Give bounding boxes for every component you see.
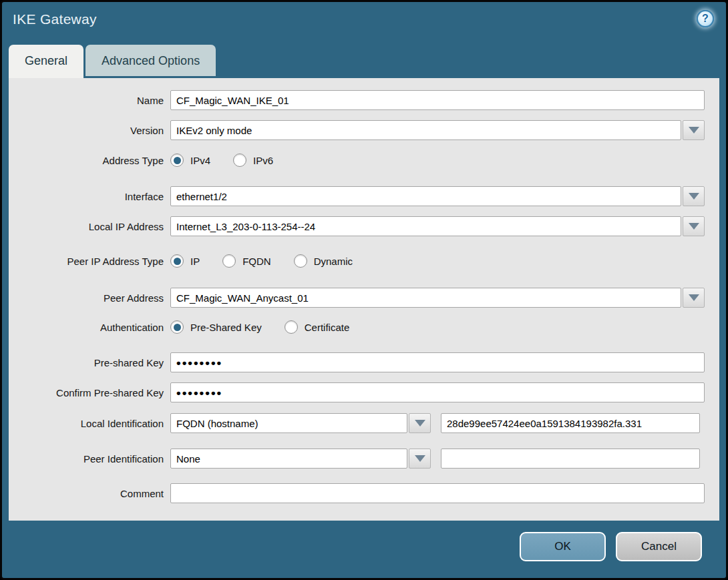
chevron-down-icon (689, 127, 699, 133)
dialog-footer: OK Cancel (2, 521, 726, 576)
comment-label: Comment (9, 488, 170, 499)
pre-shared-key-label: Pre-shared Key (9, 357, 170, 368)
form-row-peer-address: Peer Address (9, 288, 719, 308)
name-input[interactable] (170, 90, 705, 110)
radio-selected-icon (170, 154, 184, 167)
radio-label: Dynamic (314, 256, 353, 267)
tab-advanced-options[interactable]: Advanced Options (85, 45, 216, 78)
radio-label: Certificate (305, 322, 350, 333)
interface-input[interactable] (170, 186, 681, 206)
local-identification-value-input[interactable] (441, 413, 700, 433)
radio-unselected-icon (233, 154, 246, 167)
comment-input[interactable] (170, 483, 705, 503)
radio-label: IP (190, 256, 200, 267)
radio-label: FQDN (242, 256, 271, 267)
tab-bar: General Advanced Options (2, 41, 726, 78)
address-type-ipv4-radio[interactable]: IPv4 (170, 154, 210, 167)
chevron-down-icon (415, 455, 425, 462)
form-row-pre-shared-key: Pre-shared Key (9, 352, 719, 372)
form-row-confirm-pre-shared-key: Confirm Pre-shared Key (9, 382, 719, 402)
local-ip-input[interactable] (170, 216, 681, 236)
chevron-down-icon (689, 294, 699, 301)
address-type-ipv6-radio[interactable]: IPv6 (233, 154, 273, 167)
form-row-address-type: Address Type IPv4 IPv6 (9, 151, 719, 170)
peer-address-input[interactable] (170, 288, 681, 308)
radio-selected-icon (170, 320, 184, 334)
chevron-down-icon (689, 223, 699, 230)
chevron-down-icon (415, 420, 425, 426)
peer-type-ip-radio[interactable]: IP (170, 254, 200, 268)
tab-general[interactable]: General (9, 45, 83, 78)
local-identification-type-input[interactable] (170, 413, 407, 433)
address-type-label: Address Type (9, 155, 170, 166)
authentication-label: Authentication (9, 322, 170, 333)
peer-address-dropdown-button[interactable] (683, 288, 705, 308)
help-question-icon[interactable]: ? (697, 10, 714, 27)
form-row-version: Version (9, 120, 719, 140)
dialog-titlebar: IKE Gateway ? (2, 2, 726, 41)
form-row-authentication: Authentication Pre-Shared Key Certificat… (9, 318, 719, 336)
peer-address-label: Peer Address (9, 292, 170, 304)
radio-unselected-icon (222, 254, 236, 268)
version-input[interactable] (170, 120, 681, 140)
version-dropdown-button[interactable] (683, 120, 705, 140)
version-label: Version (9, 125, 170, 136)
auth-certificate-radio[interactable]: Certificate (285, 320, 350, 334)
help-glyph: ? (702, 13, 709, 25)
radio-label: IPv6 (253, 155, 273, 166)
cancel-button[interactable]: Cancel (616, 532, 702, 561)
radio-label: IPv4 (190, 155, 210, 166)
local-ip-dropdown-button[interactable] (683, 216, 705, 236)
interface-label: Interface (9, 191, 170, 202)
ike-gateway-dialog: IKE Gateway ? General Advanced Options N… (0, 0, 728, 580)
peer-ip-type-label: Peer IP Address Type (9, 256, 170, 267)
radio-unselected-icon (294, 254, 307, 268)
peer-identification-value-input[interactable] (441, 449, 700, 469)
form-row-local-ip: Local IP Address (9, 216, 719, 236)
local-identification-dropdown-button[interactable] (409, 413, 431, 433)
peer-type-dynamic-radio[interactable]: Dynamic (294, 254, 353, 268)
auth-pre-shared-key-radio[interactable]: Pre-Shared Key (170, 320, 262, 334)
local-ip-label: Local IP Address (9, 221, 170, 232)
interface-dropdown-button[interactable] (683, 186, 705, 206)
local-identification-label: Local Identification (9, 418, 170, 429)
peer-identification-dropdown-button[interactable] (409, 449, 431, 469)
general-tab-panel: Name Version Address Type (9, 78, 719, 521)
peer-type-fqdn-radio[interactable]: FQDN (222, 254, 271, 268)
name-label: Name (9, 95, 170, 106)
confirm-pre-shared-key-label: Confirm Pre-shared Key (9, 387, 170, 398)
form-row-name: Name (9, 90, 719, 110)
form-row-peer-identification: Peer Identification (9, 449, 719, 469)
radio-unselected-icon (285, 320, 298, 334)
radio-selected-icon (170, 254, 184, 268)
ok-button[interactable]: OK (520, 532, 606, 561)
chevron-down-icon (689, 193, 699, 200)
dialog-title: IKE Gateway (13, 11, 97, 27)
form-row-local-identification: Local Identification (9, 413, 719, 433)
form-row-interface: Interface (9, 186, 719, 206)
confirm-pre-shared-key-input[interactable] (170, 382, 705, 402)
form-row-peer-ip-type: Peer IP Address Type IP FQDN Dynamic (9, 252, 719, 270)
peer-identification-label: Peer Identification (9, 453, 170, 465)
peer-identification-type-input[interactable] (170, 449, 407, 469)
radio-label: Pre-Shared Key (190, 322, 262, 333)
pre-shared-key-input[interactable] (170, 352, 705, 372)
form-row-comment: Comment (9, 483, 719, 503)
